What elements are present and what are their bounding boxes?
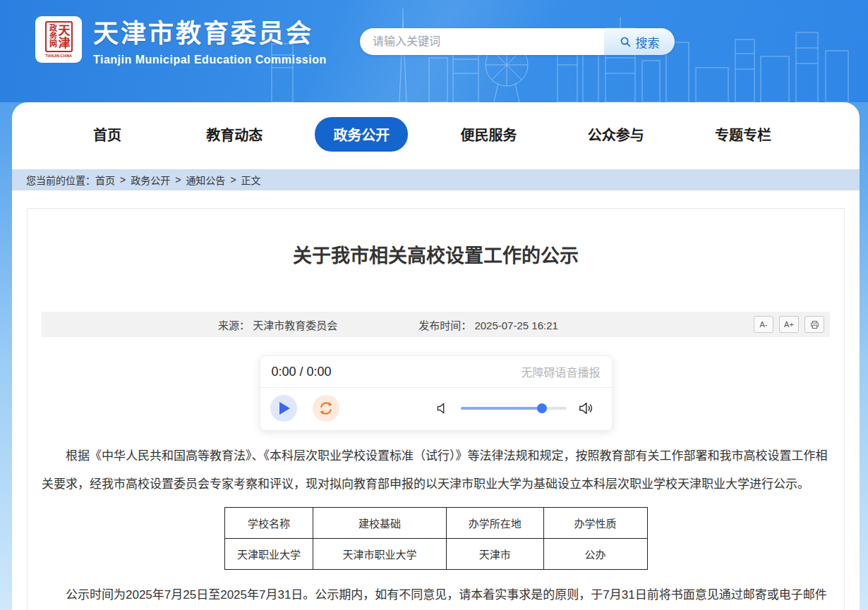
seal-text-right: 天津 — [57, 24, 69, 49]
nav-item-home[interactable]: 首页 — [54, 117, 160, 152]
nav-item-public-participation[interactable]: 公众参与 — [563, 117, 669, 152]
article-meta-bar: 来源： 天津市教育委员会 发布时间： 2025-07-25 16:21 A- A… — [42, 312, 830, 337]
table-row: 天津职业大学 天津市职业大学 天津市 公办 — [224, 539, 647, 570]
publish-time-value: 2025-07-25 16:21 — [474, 319, 557, 331]
site-title: 天津市教育委员会 — [93, 13, 327, 49]
seal-caption: TIANJIN·CHINA — [45, 54, 72, 57]
article-title: 关于我市相关高校设置工作的公示 — [42, 240, 830, 268]
table-header-cell: 学校名称 — [224, 508, 313, 539]
nav-item-public-services[interactable]: 便民服务 — [436, 117, 542, 152]
breadcrumb-separator: > — [120, 174, 126, 185]
font-increase-button[interactable]: A+ — [779, 316, 799, 333]
volume-slider[interactable] — [461, 407, 567, 410]
source-label: 来源： — [218, 319, 250, 331]
printer-icon — [809, 319, 820, 330]
content-area: 关于我市相关高校设置工作的公示 来源： 天津市教育委员会 发布时间： 2025-… — [12, 190, 860, 610]
table-cell: 公办 — [543, 539, 647, 570]
article-paragraph: 公示时间为2025年7月25日至2025年7月31日。公示期内，如有不同意见，请… — [42, 581, 830, 610]
search-button[interactable]: 搜索 — [604, 28, 675, 55]
volume-speaker-icon[interactable] — [578, 401, 593, 416]
player-time: 0:00 / 0:00 — [272, 365, 332, 379]
breadcrumb-notices[interactable]: 通知公告 — [186, 173, 225, 187]
nav-item-education-news[interactable]: 教育动态 — [181, 117, 287, 152]
font-decrease-button[interactable]: A- — [754, 316, 773, 333]
breadcrumb-label: 您当前的位置： — [26, 173, 95, 187]
nav-item-special-topics[interactable]: 专题专栏 — [690, 117, 796, 152]
main-nav: 首页 教育动态 政务公开 便民服务 公众参与 专题专栏 — [12, 102, 860, 166]
site-header: 天津 政务网 TIANJIN·CHINA 天津市教育委员会 Tianjin Mu… — [0, 0, 868, 102]
breadcrumb-separator: > — [230, 174, 236, 185]
repeat-button[interactable] — [313, 395, 339, 422]
table-header-cell: 办学性质 — [543, 508, 647, 539]
article-card: 关于我市相关高校设置工作的公示 来源： 天津市教育委员会 发布时间： 2025-… — [27, 208, 845, 610]
player-caption: 无障碍语音播报 — [521, 363, 600, 380]
play-button[interactable] — [270, 395, 297, 422]
table-cell: 天津职业大学 — [224, 539, 313, 570]
repeat-icon — [318, 401, 334, 416]
search-icon — [620, 36, 632, 48]
audio-player: 0:00 / 0:00 无障碍语音播报 — [260, 355, 613, 431]
volume-fill — [461, 407, 543, 410]
table-header-cell: 建校基础 — [313, 508, 447, 539]
search-input[interactable] — [360, 28, 604, 55]
search-bar: 搜索 — [360, 28, 675, 55]
school-table: 学校名称 建校基础 办学所在地 办学性质 天津职业大学 天津市职业大学 天津市 … — [224, 507, 648, 570]
search-button-label: 搜索 — [636, 33, 660, 51]
volume-thumb[interactable] — [537, 403, 547, 413]
breadcrumb-current-article: 正文 — [241, 173, 261, 187]
main-container: 首页 教育动态 政务公开 便民服务 公众参与 专题专栏 您当前的位置： 首页 >… — [12, 102, 860, 610]
breadcrumb-home[interactable]: 首页 — [95, 173, 115, 187]
breadcrumb: 您当前的位置： 首页 > 政务公开 > 通知公告 > 正文 — [12, 169, 860, 190]
tianjin-gov-seal-icon: 天津 政务网 — [45, 21, 73, 52]
site-subtitle: Tianjin Municipal Education Commission — [93, 54, 327, 66]
print-button[interactable] — [804, 316, 824, 333]
source-value: 天津市教育委员会 — [253, 319, 337, 331]
table-header-row: 学校名称 建校基础 办学所在地 办学性质 — [224, 508, 647, 539]
nav-item-gov-disclosure[interactable]: 政务公开 — [308, 117, 414, 152]
article-paragraph: 根据《中华人民共和国高等教育法》、《本科层次职业学校设置标准（试行）》等法律法规… — [42, 442, 830, 499]
play-icon — [279, 402, 290, 415]
breadcrumb-gov-disclosure[interactable]: 政务公开 — [131, 173, 170, 187]
site-logo[interactable]: 天津 政务网 TIANJIN·CHINA — [35, 16, 82, 63]
seal-text-left: 政务网 — [49, 24, 56, 49]
site-brand: 天津 政务网 TIANJIN·CHINA 天津市教育委员会 Tianjin Mu… — [35, 13, 327, 66]
volume-controls — [435, 401, 602, 416]
volume-mute-icon[interactable] — [435, 401, 450, 415]
article-tools: A- A+ — [754, 316, 824, 333]
table-cell: 天津市 — [446, 539, 543, 570]
table-header-cell: 办学所在地 — [446, 508, 543, 539]
breadcrumb-separator: > — [175, 174, 181, 185]
table-cell: 天津市职业大学 — [313, 539, 447, 570]
publish-time-label: 发布时间： — [418, 319, 471, 331]
